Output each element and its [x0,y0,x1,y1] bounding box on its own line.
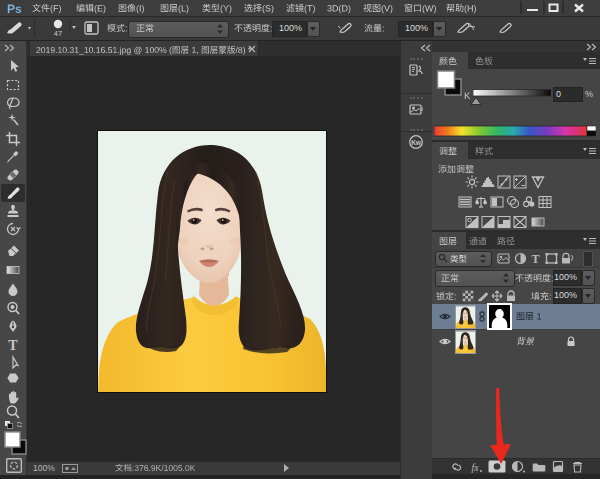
svg-text:T: T [531,252,539,265]
svg-text:fx: fx [471,462,479,473]
svg-text:T: T [8,338,18,353]
svg-text:47: 47 [54,29,62,38]
svg-text:Kw: Kw [411,139,422,146]
